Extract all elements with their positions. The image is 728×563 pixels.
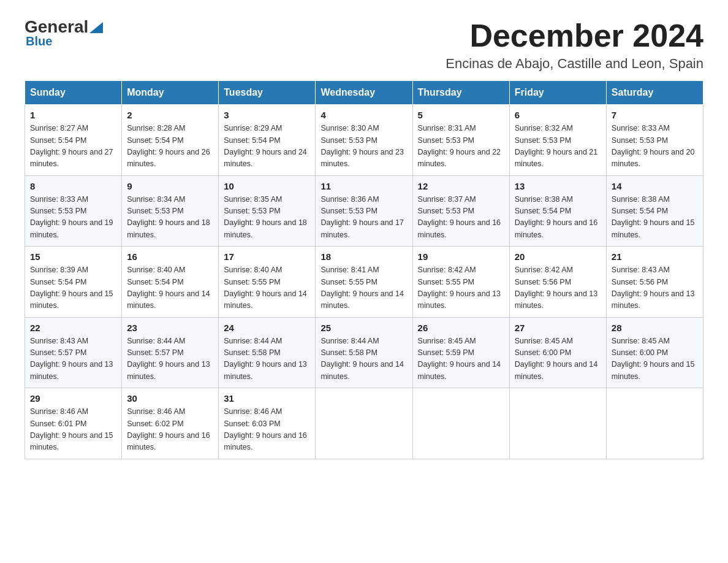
day-cell-11: 11Sunrise: 8:36 AMSunset: 5:53 PMDayligh… (316, 175, 412, 247)
day-info: Sunrise: 8:46 AMSunset: 6:03 PMDaylight:… (224, 406, 310, 454)
day-cell-20: 20Sunrise: 8:42 AMSunset: 5:56 PMDayligh… (509, 247, 606, 318)
day-cell-15: 15Sunrise: 8:39 AMSunset: 5:54 PMDayligh… (25, 247, 122, 318)
day-number: 19 (418, 251, 504, 262)
weekday-thursday: Thursday (412, 81, 509, 105)
day-info: Sunrise: 8:40 AMSunset: 5:54 PMDaylight:… (127, 264, 213, 312)
day-number: 24 (224, 323, 310, 333)
day-info: Sunrise: 8:42 AMSunset: 5:56 PMDaylight:… (515, 264, 601, 312)
day-info: Sunrise: 8:27 AMSunset: 5:54 PMDaylight:… (30, 123, 116, 170)
day-number: 2 (127, 110, 213, 120)
empty-cell (316, 388, 412, 459)
day-cell-17: 17Sunrise: 8:40 AMSunset: 5:55 PMDayligh… (219, 247, 316, 318)
day-number: 27 (515, 323, 601, 333)
day-cell-19: 19Sunrise: 8:42 AMSunset: 5:55 PMDayligh… (412, 247, 509, 318)
logo-blue-text: Blue (26, 34, 52, 48)
day-number: 21 (612, 251, 698, 262)
day-cell-3: 3Sunrise: 8:29 AMSunset: 5:54 PMDaylight… (219, 105, 316, 176)
day-cell-14: 14Sunrise: 8:38 AMSunset: 5:54 PMDayligh… (606, 175, 703, 247)
weekday-sunday: Sunday (25, 81, 122, 105)
day-info: Sunrise: 8:39 AMSunset: 5:54 PMDaylight:… (30, 264, 116, 312)
week-row-4: 22Sunrise: 8:43 AMSunset: 5:57 PMDayligh… (25, 317, 703, 388)
day-number: 28 (612, 323, 698, 333)
day-cell-5: 5Sunrise: 8:31 AMSunset: 5:53 PMDaylight… (412, 105, 509, 176)
weekday-tuesday: Tuesday (219, 81, 316, 105)
day-cell-2: 2Sunrise: 8:28 AMSunset: 5:54 PMDaylight… (122, 105, 219, 176)
day-info: Sunrise: 8:28 AMSunset: 5:54 PMDaylight:… (127, 123, 213, 170)
weekday-saturday: Saturday (606, 81, 703, 105)
day-number: 10 (224, 181, 310, 191)
day-cell-9: 9Sunrise: 8:34 AMSunset: 5:53 PMDaylight… (122, 175, 219, 247)
day-number: 9 (127, 181, 213, 191)
empty-cell (412, 388, 509, 459)
weekday-friday: Friday (509, 81, 606, 105)
week-row-5: 29Sunrise: 8:46 AMSunset: 6:01 PMDayligh… (25, 388, 703, 459)
day-number: 12 (418, 181, 504, 191)
day-cell-13: 13Sunrise: 8:38 AMSunset: 5:54 PMDayligh… (509, 175, 606, 247)
empty-cell (606, 388, 703, 459)
day-number: 15 (30, 251, 116, 262)
day-info: Sunrise: 8:38 AMSunset: 5:54 PMDaylight:… (515, 194, 601, 242)
day-cell-7: 7Sunrise: 8:33 AMSunset: 5:53 PMDaylight… (606, 105, 703, 176)
day-number: 18 (320, 251, 407, 262)
day-number: 25 (320, 323, 407, 333)
day-number: 11 (320, 181, 407, 191)
day-cell-27: 27Sunrise: 8:45 AMSunset: 6:00 PMDayligh… (509, 317, 606, 388)
weekday-wednesday: Wednesday (316, 81, 412, 105)
day-info: Sunrise: 8:41 AMSunset: 5:55 PMDaylight:… (320, 264, 407, 312)
day-cell-1: 1Sunrise: 8:27 AMSunset: 5:54 PMDaylight… (25, 105, 122, 176)
day-info: Sunrise: 8:37 AMSunset: 5:53 PMDaylight:… (418, 194, 504, 242)
day-info: Sunrise: 8:38 AMSunset: 5:54 PMDaylight:… (612, 194, 698, 242)
day-info: Sunrise: 8:43 AMSunset: 5:56 PMDaylight:… (612, 264, 698, 312)
day-cell-24: 24Sunrise: 8:44 AMSunset: 5:58 PMDayligh… (219, 317, 316, 388)
calendar-table: SundayMondayTuesdayWednesdayThursdayFrid… (25, 80, 703, 459)
day-cell-16: 16Sunrise: 8:40 AMSunset: 5:54 PMDayligh… (122, 247, 219, 318)
day-number: 16 (127, 251, 213, 262)
day-number: 5 (418, 110, 504, 120)
day-info: Sunrise: 8:42 AMSunset: 5:55 PMDaylight:… (418, 264, 504, 312)
day-cell-31: 31Sunrise: 8:46 AMSunset: 6:03 PMDayligh… (219, 388, 316, 459)
day-info: Sunrise: 8:46 AMSunset: 6:01 PMDaylight:… (30, 406, 116, 454)
day-info: Sunrise: 8:32 AMSunset: 5:53 PMDaylight:… (515, 123, 601, 170)
day-number: 20 (515, 251, 601, 262)
day-cell-18: 18Sunrise: 8:41 AMSunset: 5:55 PMDayligh… (316, 247, 412, 318)
day-info: Sunrise: 8:43 AMSunset: 5:57 PMDaylight:… (30, 335, 116, 383)
day-info: Sunrise: 8:30 AMSunset: 5:53 PMDaylight:… (320, 123, 407, 170)
day-cell-28: 28Sunrise: 8:45 AMSunset: 6:00 PMDayligh… (606, 317, 703, 388)
logo: General Blue (25, 18, 103, 48)
day-info: Sunrise: 8:44 AMSunset: 5:58 PMDaylight:… (320, 335, 407, 383)
page-header: General Blue December 2024 Encinas de Ab… (25, 18, 703, 72)
svg-marker-0 (89, 22, 103, 33)
weekday-header-row: SundayMondayTuesdayWednesdayThursdayFrid… (25, 81, 703, 105)
day-cell-25: 25Sunrise: 8:44 AMSunset: 5:58 PMDayligh… (316, 317, 412, 388)
day-number: 26 (418, 323, 504, 333)
day-cell-8: 8Sunrise: 8:33 AMSunset: 5:53 PMDaylight… (25, 175, 122, 247)
day-info: Sunrise: 8:45 AMSunset: 5:59 PMDaylight:… (418, 335, 504, 383)
logo-text: General (25, 18, 103, 36)
month-title: December 2024 (446, 18, 703, 53)
day-info: Sunrise: 8:34 AMSunset: 5:53 PMDaylight:… (127, 194, 213, 242)
day-info: Sunrise: 8:31 AMSunset: 5:53 PMDaylight:… (418, 123, 504, 170)
day-cell-23: 23Sunrise: 8:44 AMSunset: 5:57 PMDayligh… (122, 317, 219, 388)
week-row-2: 8Sunrise: 8:33 AMSunset: 5:53 PMDaylight… (25, 175, 703, 247)
day-cell-26: 26Sunrise: 8:45 AMSunset: 5:59 PMDayligh… (412, 317, 509, 388)
day-info: Sunrise: 8:33 AMSunset: 5:53 PMDaylight:… (30, 194, 116, 242)
location-title: Encinas de Abajo, Castille and Leon, Spa… (446, 56, 703, 72)
day-info: Sunrise: 8:35 AMSunset: 5:53 PMDaylight:… (224, 194, 310, 242)
day-number: 29 (30, 393, 116, 404)
day-number: 8 (30, 181, 116, 191)
day-cell-22: 22Sunrise: 8:43 AMSunset: 5:57 PMDayligh… (25, 317, 122, 388)
day-info: Sunrise: 8:33 AMSunset: 5:53 PMDaylight:… (612, 123, 698, 170)
week-row-3: 15Sunrise: 8:39 AMSunset: 5:54 PMDayligh… (25, 247, 703, 318)
day-number: 23 (127, 323, 213, 333)
day-cell-6: 6Sunrise: 8:32 AMSunset: 5:53 PMDaylight… (509, 105, 606, 176)
day-number: 1 (30, 110, 116, 120)
day-number: 7 (612, 110, 698, 120)
day-number: 4 (320, 110, 407, 120)
day-info: Sunrise: 8:36 AMSunset: 5:53 PMDaylight:… (320, 194, 407, 242)
day-info: Sunrise: 8:29 AMSunset: 5:54 PMDaylight:… (224, 123, 310, 170)
day-number: 14 (612, 181, 698, 191)
title-block: December 2024 Encinas de Abajo, Castille… (446, 18, 703, 72)
empty-cell (509, 388, 606, 459)
day-cell-4: 4Sunrise: 8:30 AMSunset: 5:53 PMDaylight… (316, 105, 412, 176)
day-cell-12: 12Sunrise: 8:37 AMSunset: 5:53 PMDayligh… (412, 175, 509, 247)
